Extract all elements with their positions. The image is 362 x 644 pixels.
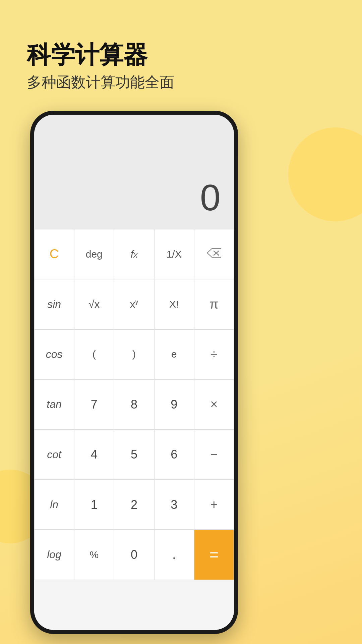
key-5[interactable]: 5: [114, 430, 154, 480]
key-1[interactable]: 1: [74, 480, 114, 530]
key-power[interactable]: xy: [114, 279, 154, 329]
key-6[interactable]: 6: [154, 430, 194, 480]
backspace-icon: [206, 247, 221, 261]
key-cot[interactable]: cot: [34, 430, 74, 480]
key-ln[interactable]: ln: [34, 480, 74, 530]
key-divide[interactable]: ÷: [194, 329, 234, 379]
key-cos[interactable]: cos: [34, 329, 74, 379]
key-clear[interactable]: C: [34, 229, 74, 279]
key-2[interactable]: 2: [114, 480, 154, 530]
key-9[interactable]: 9: [154, 379, 194, 429]
key-minus[interactable]: −: [194, 430, 234, 480]
phone-inner: 0 C deg fx 1/X: [34, 115, 234, 630]
keypad: C deg fx 1/X: [34, 229, 234, 630]
key-4[interactable]: 4: [74, 430, 114, 480]
key-equals[interactable]: =: [194, 530, 234, 580]
key-dot[interactable]: .: [154, 530, 194, 580]
key-deg[interactable]: deg: [74, 229, 114, 279]
key-reciprocal[interactable]: 1/X: [154, 229, 194, 279]
display-value: 0: [200, 176, 221, 219]
key-plus[interactable]: +: [194, 480, 234, 530]
bg-decoration-1: [288, 127, 362, 221]
key-factorial[interactable]: X!: [154, 279, 194, 329]
app-title: 科学计算器: [27, 40, 174, 69]
key-euler[interactable]: e: [154, 329, 194, 379]
key-backspace[interactable]: [194, 229, 234, 279]
calculator-display: 0: [34, 115, 234, 229]
key-fx[interactable]: fx: [114, 229, 154, 279]
key-pi[interactable]: π: [194, 279, 234, 329]
phone-frame: 0 C deg fx 1/X: [30, 111, 238, 634]
header: 科学计算器 多种函数计算功能全面: [27, 40, 174, 92]
key-sin[interactable]: sin: [34, 279, 74, 329]
key-0[interactable]: 0: [114, 530, 154, 580]
key-multiply[interactable]: ×: [194, 379, 234, 429]
key-lparen[interactable]: (: [74, 329, 114, 379]
key-rparen[interactable]: ): [114, 329, 154, 379]
key-sqrt[interactable]: √x: [74, 279, 114, 329]
key-7[interactable]: 7: [74, 379, 114, 429]
key-tan[interactable]: tan: [34, 379, 74, 429]
key-3[interactable]: 3: [154, 480, 194, 530]
key-percent[interactable]: %: [74, 530, 114, 580]
key-log[interactable]: log: [34, 530, 74, 580]
app-subtitle: 多种函数计算功能全面: [27, 72, 174, 92]
key-8[interactable]: 8: [114, 379, 154, 429]
